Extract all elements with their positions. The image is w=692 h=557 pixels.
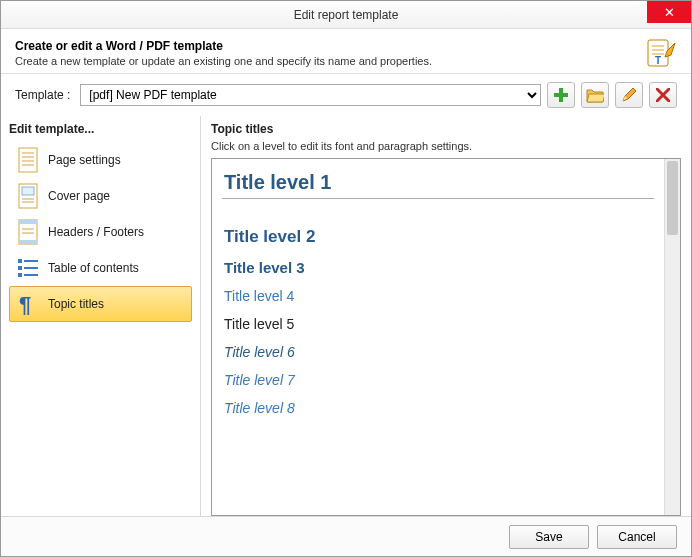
save-button[interactable]: Save	[509, 525, 589, 549]
right-panel-subtitle: Click on a level to edit its font and pa…	[211, 140, 681, 152]
nav-item-headers-footers[interactable]: Headers / Footers	[9, 214, 192, 250]
delete-template-button[interactable]	[649, 82, 677, 108]
header-block: Create or edit a Word / PDF template Cre…	[1, 29, 691, 74]
svg-text:T: T	[655, 55, 661, 66]
template-label: Template :	[15, 88, 70, 102]
cancel-button[interactable]: Cancel	[597, 525, 677, 549]
close-button[interactable]: ✕	[647, 1, 691, 23]
scrollbar[interactable]	[664, 159, 680, 515]
title-levels-box: Title level 1 Title level 2 Title level …	[211, 158, 681, 516]
nav-list: Page settings Cover page Headers / Foote…	[9, 142, 192, 322]
pencil-icon	[621, 87, 637, 103]
right-panel: Topic titles Click on a level to edit it…	[201, 116, 691, 516]
nav-label: Topic titles	[48, 297, 104, 311]
left-panel: Edit template... Page settings Cover pag…	[1, 116, 201, 516]
nav-item-topic-titles[interactable]: ¶ Topic titles	[9, 286, 192, 322]
template-select[interactable]: [pdf] New PDF template	[80, 84, 541, 106]
title-level-2[interactable]: Title level 2	[222, 221, 654, 253]
nav-item-page-settings[interactable]: Page settings	[9, 142, 192, 178]
title-level-1[interactable]: Title level 1	[222, 165, 654, 199]
title-level-7[interactable]: Title level 7	[222, 366, 654, 394]
template-row: Template : [pdf] New PDF template	[1, 74, 691, 116]
dialog-window: Edit report template ✕ Create or edit a …	[0, 0, 692, 557]
folder-icon	[586, 87, 604, 103]
delete-icon	[656, 88, 670, 102]
title-level-3[interactable]: Title level 3	[222, 253, 654, 282]
edit-template-graphic: T	[645, 37, 677, 69]
title-levels-list: Title level 1 Title level 2 Title level …	[212, 159, 664, 515]
nav-label: Cover page	[48, 189, 110, 203]
nav-label: Table of contents	[48, 261, 139, 275]
title-level-5[interactable]: Title level 5	[222, 310, 654, 338]
right-panel-heading: Topic titles	[211, 122, 681, 136]
nav-item-cover-page[interactable]: Cover page	[9, 178, 192, 214]
svg-rect-23	[19, 240, 37, 244]
svg-rect-22	[19, 220, 37, 224]
left-panel-heading: Edit template...	[9, 122, 192, 136]
toc-icon	[16, 254, 40, 282]
title-level-6[interactable]: Title level 6	[222, 338, 654, 366]
svg-rect-12	[19, 148, 37, 172]
header-footer-icon	[16, 218, 40, 246]
header-title: Create or edit a Word / PDF template	[15, 39, 677, 53]
open-template-button[interactable]	[581, 82, 609, 108]
header-subtitle: Create a new template or update an exist…	[15, 55, 677, 67]
svg-rect-7	[554, 93, 568, 97]
close-icon: ✕	[664, 5, 675, 20]
pilcrow-icon: ¶	[16, 290, 40, 318]
plus-icon	[553, 87, 569, 103]
rename-template-button[interactable]	[615, 82, 643, 108]
footer: Save Cancel	[1, 516, 691, 556]
page-icon	[16, 146, 40, 174]
svg-rect-18	[22, 187, 34, 195]
nav-item-table-of-contents[interactable]: Table of contents	[9, 250, 192, 286]
title-level-8[interactable]: Title level 8	[222, 394, 654, 422]
window-title: Edit report template	[1, 8, 691, 22]
cover-icon	[16, 182, 40, 210]
svg-rect-26	[18, 259, 22, 263]
svg-text:¶: ¶	[19, 292, 31, 316]
title-bar: Edit report template ✕	[1, 1, 691, 29]
svg-rect-28	[18, 266, 22, 270]
scrollbar-thumb[interactable]	[667, 161, 678, 235]
nav-label: Headers / Footers	[48, 225, 144, 239]
new-template-button[interactable]	[547, 82, 575, 108]
nav-label: Page settings	[48, 153, 121, 167]
svg-rect-30	[18, 273, 22, 277]
title-level-4[interactable]: Title level 4	[222, 282, 654, 310]
main-split: Edit template... Page settings Cover pag…	[1, 116, 691, 516]
